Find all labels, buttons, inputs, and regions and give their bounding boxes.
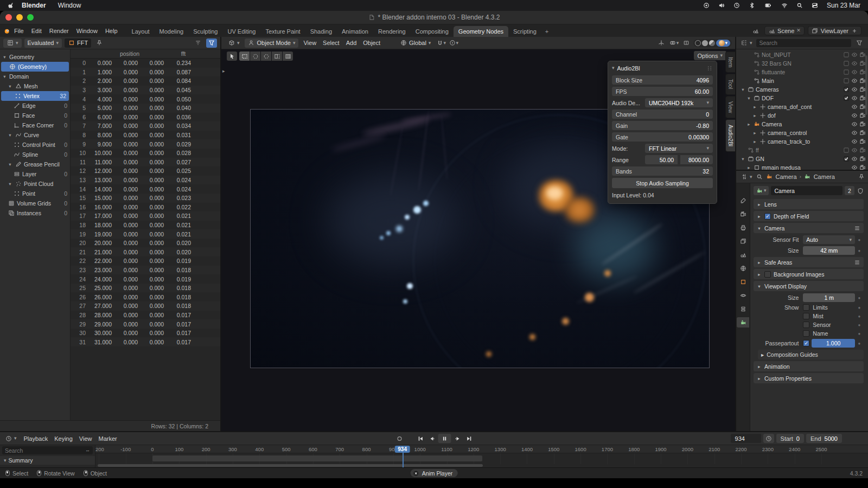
- tree-item-instances[interactable]: Instances0: [0, 208, 70, 218]
- add-workspace-button[interactable]: +: [541, 26, 552, 37]
- panel-composition-guides-header[interactable]: ▸Composition Guides: [758, 350, 864, 359]
- timeline-search-input[interactable]: [5, 447, 83, 454]
- panel-animation-header[interactable]: ▸Animation: [754, 361, 864, 371]
- sidebar-tab-tool[interactable]: Tool: [725, 74, 735, 94]
- table-row[interactable]: 2727.0000.0000.0000.018: [71, 301, 220, 311]
- timeline-ruler[interactable]: -200-10001002003004005006007008009001000…: [95, 445, 868, 453]
- select-lasso-tool-button[interactable]: [261, 52, 271, 61]
- topbar-menu-help[interactable]: Help: [101, 28, 122, 34]
- table-row[interactable]: 1212.0000.0000.0000.025: [71, 166, 220, 176]
- spotlight-search-icon[interactable]: [796, 2, 803, 9]
- outliner-item-dof[interactable]: ▾DOF: [736, 94, 868, 102]
- fps-field[interactable]: FPS60.00: [612, 87, 713, 96]
- column-header-fft[interactable]: fft: [169, 49, 197, 58]
- panel-bg-images-header[interactable]: ▸Background Images: [754, 269, 864, 279]
- table-row[interactable]: 2323.0000.0000.0000.018: [71, 266, 220, 275]
- topbar-menu-window[interactable]: Window: [73, 28, 101, 34]
- viewport-3d[interactable]: ▾ Object Mode▾ ViewSelectAddObject Globa…: [221, 37, 735, 431]
- timeline-search[interactable]: ↔: [2, 446, 93, 454]
- editor-type-button[interactable]: ▾: [3, 38, 22, 48]
- display-size-field[interactable]: 1 m: [803, 293, 855, 302]
- outliner-search-input[interactable]: [756, 39, 851, 47]
- scene-selector[interactable]: Scene ✕: [764, 26, 805, 35]
- tree-item-layer[interactable]: Layer0: [0, 169, 70, 179]
- outliner-item-fluttuante[interactable]: fluttuante: [736, 68, 868, 76]
- sidebar-tab-audio2bl[interactable]: Audio2Bl: [725, 119, 735, 152]
- panel-lens-header[interactable]: ▸Lens: [754, 199, 864, 209]
- table-row[interactable]: 66.0000.0000.0000.036: [71, 113, 220, 122]
- pause-button[interactable]: [438, 434, 451, 443]
- properties-tab-output[interactable]: [737, 222, 749, 233]
- select-mode-b-button[interactable]: [283, 52, 293, 61]
- select-mode-a-button[interactable]: [272, 52, 282, 61]
- viewport-menu-view[interactable]: View: [300, 40, 320, 46]
- bands-field[interactable]: Bands32: [612, 166, 713, 176]
- auto-keying-icon[interactable]: [394, 434, 405, 443]
- frame-start-field[interactable]: Start0: [776, 434, 804, 443]
- table-row[interactable]: 1919.0000.0000.0000.021: [71, 229, 220, 239]
- tree-item-edge[interactable]: Edge0: [0, 101, 70, 111]
- viewport-editor-type-button[interactable]: ▾: [225, 38, 243, 48]
- overlays-icon[interactable]: ▾: [668, 38, 679, 48]
- workspace-tab-uv-editing[interactable]: UV Editing: [222, 26, 260, 37]
- properties-tab-object[interactable]: [737, 277, 749, 287]
- tree-item-point[interactable]: Point0: [0, 189, 70, 198]
- timeline-scrollbar[interactable]: [98, 464, 483, 467]
- panel-custom-properties-header[interactable]: ▸Custom Properties: [754, 373, 864, 383]
- table-row[interactable]: 2121.0000.0000.0000.020: [71, 247, 220, 256]
- window-titlebar[interactable]: * Blender addon interno 03 - Blender 4.3…: [0, 11, 868, 24]
- shading-rendered-button[interactable]: ▾: [716, 40, 730, 47]
- close-icon[interactable]: ✕: [796, 28, 801, 33]
- table-row[interactable]: 1616.0000.0000.0000.022: [71, 203, 220, 212]
- table-row[interactable]: 2929.0000.0000.0000.017: [71, 319, 220, 329]
- sensor-fit-dropdown[interactable]: Auto▾: [803, 235, 855, 244]
- outliner-item-dof[interactable]: ▸dof: [736, 111, 868, 120]
- timeline-editor-type-button[interactable]: ▾: [3, 434, 18, 443]
- fake-user-shield-icon[interactable]: [857, 187, 864, 194]
- toolbar-expand-arrow[interactable]: ▸: [222, 68, 225, 74]
- editor-link-icon[interactable]: [750, 26, 761, 35]
- table-row[interactable]: 88.0000.0000.0000.031: [71, 131, 220, 140]
- datablock-user-count[interactable]: 2: [845, 186, 854, 195]
- menubar-app-menu[interactable]: Blender: [17, 2, 51, 9]
- next-keyframe-button[interactable]: [452, 434, 463, 443]
- properties-tab-camera-data[interactable]: [737, 317, 749, 328]
- orientation-dropdown[interactable]: Global▾: [397, 38, 434, 48]
- workspace-tab-animation[interactable]: Animation: [337, 26, 373, 37]
- workspace-tab-scripting[interactable]: Scripting: [508, 26, 541, 37]
- properties-tab-constraints[interactable]: [737, 304, 749, 314]
- shading-solid-button[interactable]: [702, 40, 708, 46]
- clock-icon[interactable]: [733, 2, 741, 9]
- current-frame-field[interactable]: 934: [731, 434, 761, 443]
- block-size-field[interactable]: Block Size4096: [612, 75, 713, 85]
- column-header-position[interactable]: position: [90, 49, 169, 58]
- gain-field[interactable]: Gain-0.80: [612, 121, 713, 130]
- minimize-window-button[interactable]: [16, 14, 23, 21]
- summary-channel[interactable]: ▾Summary: [0, 456, 95, 465]
- dof-enable-checkbox[interactable]: ✓: [764, 213, 771, 220]
- anim-player-badge[interactable]: Anim Player: [411, 469, 458, 477]
- table-row[interactable]: 1717.0000.0000.0000.021: [71, 211, 220, 221]
- panel-camera-header[interactable]: ▾Camera: [754, 223, 864, 233]
- close-icon[interactable]: [412, 470, 419, 477]
- gate-field[interactable]: Gate0.00300: [612, 132, 713, 142]
- drag-handle-icon[interactable]: [706, 65, 713, 72]
- properties-tab-tool[interactable]: [737, 195, 749, 206]
- table-row[interactable]: 2424.0000.0000.0000.019: [71, 274, 220, 284]
- outliner-item-main[interactable]: Main: [736, 76, 868, 85]
- range-min-field[interactable]: 50.00: [645, 155, 678, 164]
- topbar-menu-edit[interactable]: Edit: [28, 28, 46, 34]
- filter-toggle-icon[interactable]: [193, 38, 203, 48]
- stop-audio-sampling-button[interactable]: Stop Audio Sampling: [612, 178, 713, 188]
- workspace-tab-compositing[interactable]: Compositing: [411, 26, 454, 37]
- passepartout-checkbox[interactable]: ✓: [803, 340, 809, 346]
- properties-tab-world[interactable]: [737, 263, 749, 273]
- pin-icon[interactable]: [94, 38, 105, 48]
- properties-editor-type-button[interactable]: ▾: [739, 172, 754, 182]
- select-circle-tool-button[interactable]: [250, 52, 260, 61]
- zoom-window-button[interactable]: [27, 14, 34, 21]
- xray-toggle-icon[interactable]: [681, 38, 692, 48]
- table-row[interactable]: 2626.0000.0000.0000.018: [71, 292, 220, 301]
- filter-funnel-icon[interactable]: [206, 38, 217, 48]
- table-row[interactable]: 55.0000.0000.0000.040: [71, 104, 220, 113]
